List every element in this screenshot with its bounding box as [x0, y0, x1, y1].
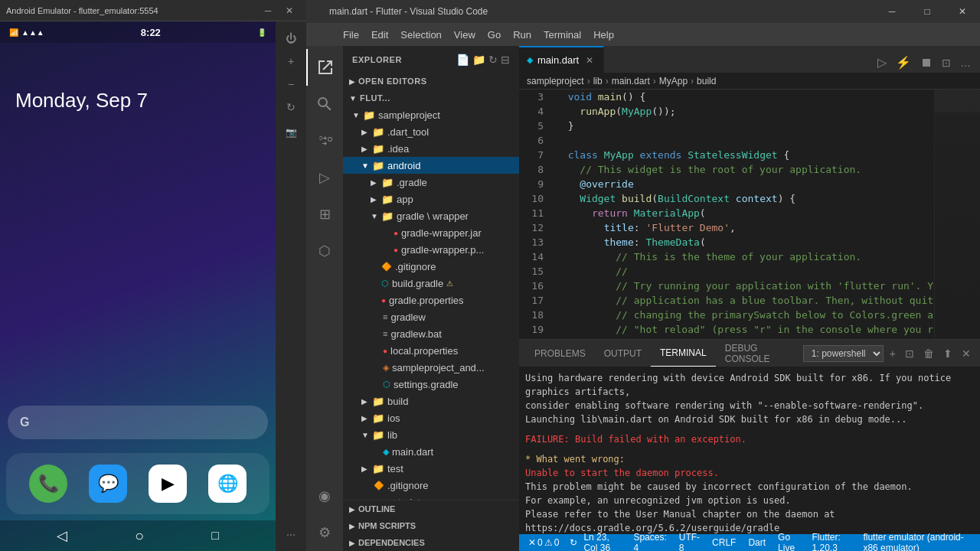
menu-help[interactable]: Help: [587, 26, 620, 44]
tree-gradlew[interactable]: ≡ gradlew: [343, 308, 519, 325]
tree-idea[interactable]: ▶ 📁 .idea: [343, 140, 519, 157]
tree-lib[interactable]: ▼ 📁 lib: [343, 426, 519, 443]
panel-maximize-btn[interactable]: ⬆: [940, 344, 956, 363]
flutter-section-header[interactable]: ▼ FLUT...: [343, 90, 519, 106]
panel-tab-debug[interactable]: DEBUG CONSOLE: [716, 340, 803, 367]
tree-metadata[interactable]: ≡ .metadata: [343, 494, 519, 500]
tab-close-btn[interactable]: ✕: [583, 54, 596, 67]
breadcrumb-myapp[interactable]: MyApp: [659, 76, 688, 86]
menu-edit[interactable]: Edit: [365, 26, 394, 44]
phone-app-messages[interactable]: 💬: [89, 465, 127, 503]
menu-file[interactable]: File: [337, 26, 365, 44]
tree-gradle-props[interactable]: ● gradle.properties: [343, 292, 519, 308]
breadcrumb-sampleproject[interactable]: sampleproject: [527, 76, 584, 86]
activity-settings[interactable]: ⚙: [306, 514, 343, 551]
status-sync[interactable]: ↻: [567, 537, 580, 548]
activity-account[interactable]: ◉: [306, 478, 343, 514]
tree-sampleproject-xml[interactable]: ◈ sampleproject_and...: [343, 359, 519, 376]
panel-tab-output[interactable]: OUTPUT: [595, 340, 651, 367]
status-go-live[interactable]: Go Live: [775, 532, 802, 551]
tree-dart-tool[interactable]: ▶ 📁 .dart_tool: [343, 123, 519, 140]
status-encoding[interactable]: UTF-8: [676, 532, 703, 551]
panel-tab-problems[interactable]: PROBLEMS: [525, 340, 595, 367]
new-file-icon[interactable]: 📄: [456, 54, 469, 66]
npm-scripts-section[interactable]: ▶ NPM SCRIPTS: [343, 517, 519, 534]
panel-tab-terminal[interactable]: TERMINAL: [651, 340, 716, 367]
menu-terminal[interactable]: Terminal: [537, 26, 587, 44]
activity-search[interactable]: [306, 86, 343, 122]
volume-up-btn[interactable]: +: [283, 51, 299, 72]
tree-main-dart[interactable]: ◆ main.dart: [343, 443, 519, 460]
stop-icon[interactable]: ⏹: [917, 53, 936, 73]
minimize-button[interactable]: ─: [874, 0, 910, 23]
tab-main-dart[interactable]: ◆ main.dart ✕: [519, 46, 604, 73]
tree-settings-gradle[interactable]: ⬡ settings.gradle: [343, 376, 519, 393]
camera-btn[interactable]: 📷: [281, 122, 302, 142]
status-language[interactable]: Dart: [745, 537, 769, 548]
dependencies-section[interactable]: ▶ DEPENDENCIES: [343, 534, 519, 551]
status-ln-col[interactable]: Ln 23, Col 36: [580, 532, 624, 551]
home-btn[interactable]: ○: [135, 527, 144, 545]
maximize-button[interactable]: □: [910, 0, 945, 23]
activity-explorer[interactable]: [306, 49, 343, 86]
status-spaces[interactable]: Spaces: 4: [630, 532, 669, 551]
menu-selection[interactable]: Selection: [394, 26, 447, 44]
tree-gradle-wrapper-props[interactable]: ● gradle-wrapper.p...: [343, 241, 519, 258]
collapse-icon[interactable]: ⊟: [501, 54, 510, 66]
breadcrumb-lib[interactable]: lib: [593, 76, 603, 86]
tree-app[interactable]: ▶ 📁 app: [343, 191, 519, 207]
tree-ios[interactable]: ▶ 📁 ios: [343, 409, 519, 426]
status-errors[interactable]: ✕ 0 ⚠ 0: [525, 537, 562, 548]
phone-app-chrome[interactable]: 🌐: [208, 465, 247, 503]
breadcrumb-main-dart[interactable]: main.dart: [612, 76, 650, 86]
power-btn[interactable]: ⏻: [281, 28, 301, 49]
close-button[interactable]: ✕: [945, 0, 980, 23]
activity-remote[interactable]: ⬡: [306, 233, 343, 269]
tree-gradle-dir[interactable]: ▶ 📁 .gradle: [343, 174, 519, 191]
new-folder-icon[interactable]: 📁: [472, 54, 485, 66]
panel-add-btn[interactable]: +: [887, 344, 899, 363]
activity-source-control[interactable]: [306, 122, 343, 159]
activity-debug[interactable]: ▷: [306, 159, 343, 196]
recents-btn[interactable]: □: [211, 529, 219, 543]
split-editor-icon[interactable]: ⊡: [939, 54, 954, 72]
run-icon[interactable]: ▷: [874, 52, 890, 73]
emulator-minimize-btn[interactable]: ─: [257, 0, 279, 21]
volume-down-btn[interactable]: −: [283, 73, 299, 95]
phone-search-bar[interactable]: G: [8, 406, 268, 439]
phone-app-phone[interactable]: 📞: [29, 465, 67, 503]
tree-gradle-wrapper-jar[interactable]: ● gradle-wrapper.jar: [343, 224, 519, 241]
more-btn[interactable]: ⋯: [282, 525, 300, 545]
terminal-select[interactable]: 1: powershell: [803, 345, 884, 362]
tree-build[interactable]: ▶ 📁 build: [343, 393, 519, 409]
open-editors-section[interactable]: ▶ OPEN EDITORS: [343, 73, 519, 90]
more-actions-icon[interactable]: …: [957, 54, 974, 72]
tree-root-gitignore[interactable]: 🔶 .gitignore: [343, 477, 519, 494]
emulator-close-btn[interactable]: ✕: [279, 0, 300, 21]
outline-section[interactable]: ▶ OUTLINE: [343, 500, 519, 517]
back-btn[interactable]: ◁: [57, 527, 67, 544]
tree-android-gitignore[interactable]: 🔶 .gitignore: [343, 258, 519, 275]
menu-run[interactable]: Run: [507, 26, 537, 44]
code-content[interactable]: void main() { runApp(MyApp()); } class M…: [550, 90, 934, 339]
breadcrumb-build[interactable]: build: [697, 76, 716, 86]
status-flutter-version[interactable]: Flutter: 1.20.3: [809, 532, 854, 551]
tree-test[interactable]: ▶ 📁 test: [343, 460, 519, 477]
tree-sampleproject[interactable]: ▼ 📁 sampleproject: [343, 106, 519, 123]
rotate-btn[interactable]: ↻: [282, 96, 300, 118]
tree-local-props[interactable]: ● local.properties: [343, 342, 519, 359]
activity-extensions[interactable]: ⊞: [306, 196, 343, 233]
status-emulator[interactable]: flutter emulator (android-x86 emulator): [860, 532, 974, 551]
refresh-icon[interactable]: ↻: [488, 54, 498, 66]
terminal[interactable]: Using hardware rendering with device And…: [519, 367, 980, 534]
panel-trash-btn[interactable]: 🗑: [920, 344, 937, 363]
panel-close-btn[interactable]: ✕: [959, 344, 974, 363]
status-eol[interactable]: CRLF: [709, 537, 739, 548]
debug-run-icon[interactable]: ⚡: [893, 52, 914, 73]
tree-gradle-wrapper[interactable]: ▼ 📁 gradle \ wrapper: [343, 207, 519, 224]
tree-gradlew-bat[interactable]: ≡ gradlew.bat: [343, 325, 519, 342]
tree-android[interactable]: ▼ 📁 android: [343, 157, 519, 174]
menu-view[interactable]: View: [448, 26, 482, 44]
tree-build-gradle[interactable]: ⬡ build.gradle ⚠: [343, 275, 519, 292]
phone-app-playstore[interactable]: ▶: [149, 465, 187, 503]
